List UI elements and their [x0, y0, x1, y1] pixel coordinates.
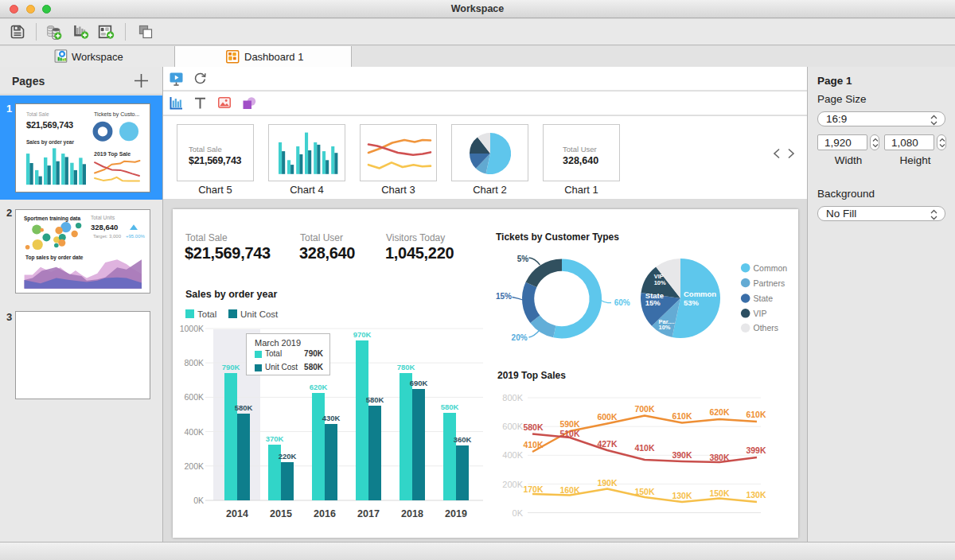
svg-text:150K: 150K [709, 488, 730, 498]
svg-text:Tickets by Custo...: Tickets by Custo... [94, 111, 139, 118]
svg-text:Tickets by Customer Types: Tickets by Customer Types [496, 231, 619, 243]
svg-text:$21,569,743: $21,569,743 [26, 120, 73, 130]
svg-text:Total Sale: Total Sale [26, 111, 49, 117]
svg-text:600K: 600K [184, 392, 204, 402]
svg-text:2019: 2019 [445, 508, 467, 519]
svg-text:2016: 2016 [314, 508, 336, 519]
svg-text:400K: 400K [502, 450, 523, 460]
svg-text:10%: 10% [654, 279, 666, 286]
svg-text:220K: 220K [279, 452, 297, 461]
svg-text:VIP: VIP [754, 309, 767, 318]
svg-text:610K: 610K [746, 410, 766, 419]
svg-text:Common: Common [754, 263, 788, 273]
svg-text:Target: 3,000: Target: 3,000 [93, 234, 122, 239]
svg-text:970K: 970K [353, 330, 372, 339]
svg-text:$21,569,743: $21,569,743 [185, 244, 271, 262]
svg-text:2018: 2018 [401, 508, 423, 519]
svg-text:780K: 780K [397, 363, 415, 371]
svg-text:328,640: 328,640 [91, 223, 118, 231]
svg-text:690K: 690K [410, 379, 428, 387]
svg-text:2015: 2015 [270, 508, 292, 519]
svg-text:20%: 20% [512, 333, 528, 342]
svg-text:Common: Common [684, 290, 716, 298]
svg-text:200K: 200K [502, 480, 523, 489]
svg-text:1,045,220: 1,045,220 [385, 244, 454, 262]
svg-text:590K: 590K [559, 419, 580, 429]
svg-text:Sportmen training data: Sportmen training data [24, 216, 81, 222]
svg-text:Total Units: Total Units [91, 215, 115, 220]
svg-text:410K: 410K [523, 440, 544, 449]
svg-text:Sales by order year: Sales by order year [26, 139, 74, 146]
svg-text:Top sales by order date: Top sales by order date [25, 255, 84, 261]
svg-text:410K: 410K [634, 443, 655, 453]
svg-text:Unit Cost: Unit Cost [240, 309, 279, 319]
svg-text:130K: 130K [746, 490, 766, 500]
svg-text:170K: 170K [523, 484, 544, 494]
svg-text:620K: 620K [709, 407, 730, 417]
svg-text:790K: 790K [222, 363, 240, 371]
svg-text:Partners: Partners [754, 278, 785, 288]
svg-text:0K: 0K [193, 496, 204, 505]
svg-text:1000K: 1000K [180, 324, 204, 333]
svg-text:580K: 580K [366, 395, 384, 404]
svg-text:Total: Total [197, 309, 216, 319]
svg-text:200K: 200K [184, 461, 204, 471]
svg-text:60%: 60% [614, 298, 630, 307]
svg-text:800K: 800K [184, 358, 204, 368]
svg-text:600K: 600K [597, 412, 618, 422]
svg-text:160K: 160K [559, 485, 580, 495]
svg-text:190K: 190K [597, 478, 618, 488]
svg-text:328,640: 328,640 [299, 244, 355, 262]
svg-text:700K: 700K [634, 404, 655, 414]
svg-text:2019 Top Sale: 2019 Top Sale [94, 151, 131, 158]
svg-text:580K: 580K [523, 422, 544, 432]
svg-text:580K: 580K [235, 403, 253, 412]
svg-text:510K: 510K [559, 429, 580, 438]
svg-text:2019 Top Sales: 2019 Top Sales [497, 370, 566, 381]
svg-text:2017: 2017 [357, 508, 380, 519]
svg-text:130K: 130K [672, 491, 692, 500]
svg-text:2014: 2014 [226, 508, 248, 519]
svg-text:Total Sale: Total Sale [185, 232, 228, 243]
svg-text:380K: 380K [709, 453, 730, 462]
svg-text:399K: 399K [746, 445, 766, 455]
svg-text:610K: 610K [672, 411, 692, 421]
svg-text:360K: 360K [454, 435, 472, 444]
svg-text:580K: 580K [441, 402, 459, 411]
svg-text:150K: 150K [634, 487, 655, 496]
svg-text:15%: 15% [645, 298, 661, 307]
svg-text:390K: 390K [672, 450, 692, 460]
svg-text:600K: 600K [502, 422, 523, 431]
svg-text:427K: 427K [597, 439, 618, 449]
svg-text:620K: 620K [310, 383, 328, 391]
svg-text:0K: 0K [513, 508, 524, 518]
svg-text:800K: 800K [502, 393, 523, 402]
svg-text:15%: 15% [496, 292, 512, 301]
svg-text:Sales by order year: Sales by order year [185, 289, 277, 300]
svg-text:Total User: Total User [300, 232, 343, 243]
svg-text:10%: 10% [659, 324, 671, 331]
svg-text:5%: 5% [517, 255, 529, 263]
svg-text:Others: Others [754, 323, 779, 332]
svg-text:53%: 53% [684, 298, 700, 307]
svg-text:430K: 430K [322, 414, 341, 422]
svg-text:400K: 400K [184, 427, 204, 437]
svg-text:State: State [754, 294, 774, 303]
svg-text:Visitors Today: Visitors Today [386, 232, 445, 243]
svg-text:+95.00%: +95.00% [126, 234, 146, 239]
svg-text:370K: 370K [266, 434, 284, 443]
